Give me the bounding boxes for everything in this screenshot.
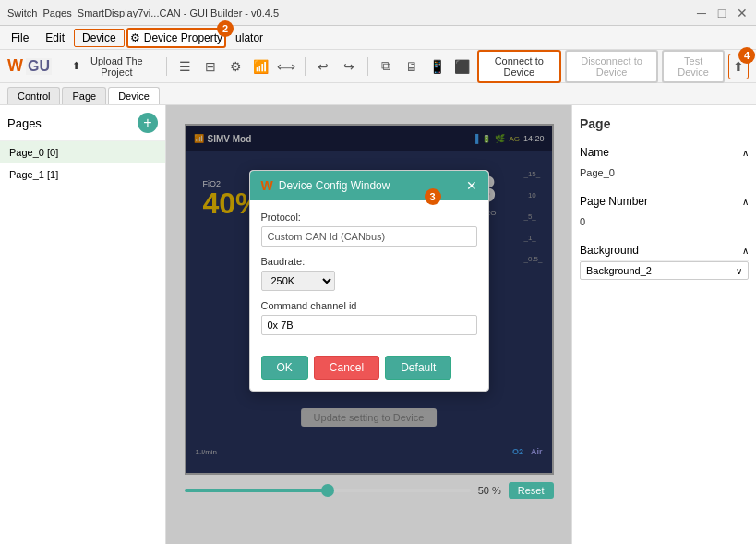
prop-header-name[interactable]: Name: [580, 142, 749, 163]
modal-ok-button[interactable]: OK: [261, 356, 308, 380]
canvas-preview: 📶 SIMV Mod ▐ 🔋 🌿 AG 14:20 FiO2 40%: [185, 124, 554, 475]
upload-icon: ⬆: [72, 60, 80, 72]
brand-logo: W GU: [7, 56, 52, 76]
left-sidebar: Pages + Page_0 [0] Page_1 [1]: [0, 105, 166, 544]
disconnect-device-button[interactable]: Disconnect to Device: [565, 50, 658, 83]
test-device-button[interactable]: Test Device: [662, 50, 725, 83]
modal-cancel-button[interactable]: Cancel: [314, 356, 379, 380]
align-button[interactable]: ⟺: [275, 54, 296, 79]
device-property-menu[interactable]: ⚙ Device Property 2: [126, 28, 226, 48]
badge-3: 3: [425, 188, 441, 205]
sidebar-title: Pages: [7, 116, 42, 130]
upload2-button[interactable]: ⬆ 4: [728, 54, 749, 79]
main-layout: Pages + Page_0 [0] Page_1 [1] 📶 SIMV Mod…: [0, 105, 756, 544]
menu-edit[interactable]: Edit: [38, 30, 72, 46]
protocol-label: Protocol:: [261, 212, 477, 223]
modal-body: Protocol: Baudrate: 250K 500K 1M 125K Co…: [250, 200, 488, 356]
page-item-1[interactable]: Page_1 [1]: [0, 163, 165, 186]
tab-device[interactable]: Device: [108, 87, 160, 104]
chart-button[interactable]: 📶: [250, 54, 271, 79]
modal-default-button[interactable]: Default: [385, 356, 451, 380]
sidebar-header: Pages +: [0, 105, 165, 141]
stack-view-button[interactable]: ⊟: [199, 54, 221, 79]
toolbar: W GU ⬆ Upload The Project ☰ ⊟ ⚙ 📶 ⟺ ↩ ↪ …: [0, 50, 756, 83]
logo-gu: GU: [26, 58, 52, 75]
connect-device-button[interactable]: Connect to Device: [477, 50, 562, 83]
right-panel-title: Page: [580, 113, 749, 135]
upload-label: Upload The Project: [84, 55, 150, 78]
modal-footer: OK Cancel Default: [250, 356, 488, 391]
prop-section-background: Background Background_2: [580, 240, 749, 280]
gear-icon: ⚙: [130, 31, 140, 44]
badge-4: 4: [738, 47, 755, 64]
canvas-area: 📶 SIMV Mod ▐ 🔋 🌿 AG 14:20 FiO2 40%: [166, 105, 571, 544]
tab-control[interactable]: Control: [7, 87, 60, 104]
chevron-page-number: [742, 195, 749, 208]
undo-button[interactable]: ↩: [313, 54, 334, 79]
redo-button[interactable]: ↪: [338, 54, 359, 79]
device-property-label: Device Property: [144, 31, 222, 44]
baudrate-label: Baudrate:: [261, 256, 477, 267]
modal-close-button[interactable]: ✕: [466, 178, 477, 193]
tab-bar: Control Page Device: [0, 83, 756, 105]
prop-section-name: Name Page_0: [580, 142, 749, 182]
separator-2: [305, 57, 306, 76]
prop-header-page-number[interactable]: Page Number: [580, 191, 749, 212]
modal-overlay: W Device Config Window ✕ Protocol: Baudr…: [186, 126, 552, 473]
screen-button[interactable]: 🖥: [401, 54, 422, 79]
zoom-value: 50 %: [478, 485, 501, 496]
prop-section-page-number: Page Number 0: [580, 191, 749, 231]
menu-ulator[interactable]: ulator: [228, 30, 270, 46]
close-button[interactable]: ✕: [736, 6, 749, 19]
prop-value-page-number: 0: [580, 212, 749, 231]
baudrate-select[interactable]: 250K 500K 1M 125K: [261, 271, 335, 291]
settings-button[interactable]: ⚙: [225, 54, 246, 79]
minimize-button[interactable]: ─: [695, 6, 708, 19]
toolbar-right: Connect to Device Disconnect to Device T…: [477, 50, 749, 83]
protocol-input[interactable]: [261, 226, 477, 247]
chevron-dropdown: [736, 265, 742, 276]
page-item-0[interactable]: Page_0 [0]: [0, 141, 165, 163]
window-controls: ─ □ ✕: [695, 6, 749, 19]
modal-title-text: Device Config Window: [279, 179, 390, 192]
logo-w: W: [7, 56, 23, 76]
right-sidebar: Page Name Page_0 Page Number 0 Backgroun…: [571, 105, 756, 544]
prop-header-background[interactable]: Background: [580, 240, 749, 261]
title-bar: Switch_Pages_SmartDisplay7vi...CAN - GUI…: [0, 0, 756, 26]
background-dropdown[interactable]: Background_2: [580, 261, 749, 280]
reset-zoom-button[interactable]: Reset: [509, 482, 554, 499]
chevron-name: [742, 146, 749, 159]
modal-logo: W: [261, 178, 273, 193]
menu-device[interactable]: Device: [74, 29, 125, 47]
modal-header: W Device Config Window ✕: [250, 171, 488, 200]
upload-project-button[interactable]: ⬆ Upload The Project: [63, 53, 159, 80]
device-config-modal: W Device Config Window ✕ Protocol: Baudr…: [249, 170, 489, 392]
badge-2: 2: [217, 20, 234, 37]
add-page-button[interactable]: +: [138, 113, 158, 133]
maximize-button[interactable]: □: [715, 6, 728, 19]
command-channel-input[interactable]: [261, 315, 477, 335]
separator-3: [367, 57, 368, 76]
modal-title-area: W Device Config Window: [261, 178, 390, 193]
prop-value-name: Page_0: [580, 163, 749, 182]
separator-1: [166, 57, 167, 76]
screen2-button[interactable]: 📱: [426, 54, 447, 79]
zoom-bar: 50 % Reset: [185, 482, 554, 499]
app-title: Switch_Pages_SmartDisplay7vi...CAN - GUI…: [7, 7, 279, 18]
screen3-button[interactable]: ⬛: [451, 54, 473, 79]
chevron-background: [742, 244, 749, 257]
tab-page[interactable]: Page: [62, 87, 106, 104]
list-view-button[interactable]: ☰: [174, 54, 196, 79]
command-channel-label: Command channel id: [261, 300, 477, 311]
menu-file[interactable]: File: [4, 30, 36, 46]
copy-button[interactable]: ⧉: [376, 54, 397, 79]
menu-bar: File Edit Device ⚙ Device Property 2 ula…: [0, 26, 756, 50]
baudrate-row: 250K 500K 1M 125K: [261, 271, 477, 291]
zoom-slider[interactable]: [185, 489, 471, 492]
